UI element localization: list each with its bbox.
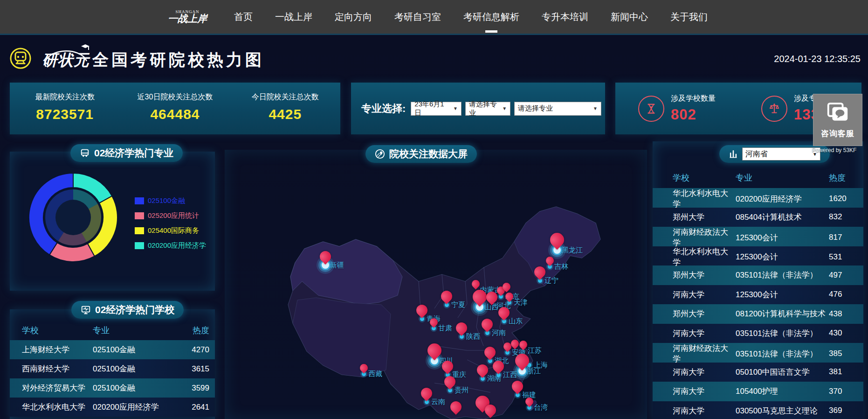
cell-school: 郑州大学 bbox=[673, 270, 736, 280]
cell-major: 105400护理 bbox=[736, 386, 829, 397]
cell-school: 西南财经大学 bbox=[22, 363, 93, 374]
legend-item[interactable]: 025200应用统计 bbox=[135, 211, 206, 220]
pin-icon bbox=[544, 255, 555, 266]
col-school: 学校 bbox=[22, 325, 93, 336]
nav-item-zixishi[interactable]: 考研自习室 bbox=[383, 0, 452, 34]
table-row: 河南大学030500马克思主义理论369 bbox=[653, 401, 863, 419]
province-select[interactable]: 河南省 ▼ bbox=[742, 147, 820, 161]
legend-label: 025200应用统计 bbox=[148, 211, 199, 220]
cell-heat: 817 bbox=[829, 233, 863, 242]
legend-item[interactable]: 025100金融 bbox=[135, 196, 206, 205]
cell-major: 050100中国语言文学 bbox=[736, 367, 829, 377]
cell-school: 河南大学 bbox=[673, 386, 736, 397]
cell-heat: 370 bbox=[829, 387, 863, 396]
cell-major: 085404计算机技术 bbox=[736, 212, 829, 223]
cell-school: 河南财经政法大学 bbox=[673, 343, 736, 364]
chevron-down-icon: ▼ bbox=[498, 106, 507, 111]
bus-icon bbox=[80, 148, 90, 158]
hot-schools-table-header: 学校 专业 热度 bbox=[10, 321, 215, 340]
map-title: 院校关注数据大屏 bbox=[389, 147, 468, 161]
stat-value: 802 bbox=[671, 106, 716, 123]
pin-label: 贵州 bbox=[455, 386, 468, 395]
cell-school: 华北水利水电大学 bbox=[673, 188, 736, 210]
major-filter-panel: 专业选择: 23年6月1日 ▼ 请选择专业 ▼ 请选择专业 ▼ bbox=[351, 83, 605, 134]
table-row: 河南大学105400护理370 bbox=[653, 382, 863, 401]
cell-heat: 385 bbox=[829, 349, 863, 358]
legend-swatch bbox=[135, 242, 144, 249]
cell-heat: 1620 bbox=[829, 194, 863, 203]
cell-heat: 531 bbox=[829, 252, 863, 262]
nav-item-about[interactable]: 关于我们 bbox=[659, 0, 719, 34]
powered-by-label: Powered by 53KF bbox=[812, 147, 863, 154]
table-row: 华北水利水电大学020200应用经济学2641 bbox=[10, 398, 215, 417]
major-select-2[interactable]: 请选择专业 ▼ bbox=[514, 102, 601, 116]
major-select-1[interactable]: 请选择专业 ▼ bbox=[465, 102, 510, 116]
pin-label: 天津 bbox=[514, 298, 528, 307]
hot-schools-title: 02经济学热门学校 bbox=[95, 303, 174, 316]
cell-major: 125300会计 bbox=[736, 289, 829, 300]
hot-majors-title: 02经济学热门专业 bbox=[94, 147, 173, 160]
consult-service-button[interactable]: 咨询客服 bbox=[813, 94, 862, 146]
pin-label: 云南 bbox=[431, 398, 445, 406]
legend-label: 020200应用经济学 bbox=[148, 241, 206, 250]
pin-label: 江西 bbox=[503, 370, 517, 379]
legend-swatch bbox=[135, 197, 144, 204]
cell-heat: 430 bbox=[829, 328, 863, 338]
stat-value: 464484 bbox=[120, 106, 230, 122]
nav-item-home[interactable]: 首页 bbox=[223, 0, 264, 34]
clock-timestamp: 2024-01-23 12:35:25 bbox=[774, 54, 861, 64]
chart-legend: 025100金融025200应用统计025400国际商务020200应用经济学 bbox=[135, 196, 206, 250]
nav-item-yizhan[interactable]: 一战上岸 bbox=[264, 0, 324, 34]
nav-item-xinxijiexi[interactable]: 考研信息解析 bbox=[452, 0, 530, 34]
cell-major: 125300会计 bbox=[736, 251, 829, 262]
stat-label: 涉及学校数量 bbox=[671, 94, 716, 104]
legend-item[interactable]: 020200应用经济学 bbox=[135, 241, 206, 250]
cell-school: 河南大学 bbox=[673, 405, 736, 416]
hot-schools-panel: 02经济学热门学校 学校 专业 热度 上海财经大学025100金融4270西南财… bbox=[10, 309, 215, 419]
filter-label: 专业选择: bbox=[361, 102, 406, 116]
col-heat: 热度 bbox=[167, 325, 215, 336]
attention-stats-panel: 最新院校关注次数 8723571 近30日院校关注总次数 464484 今日院校… bbox=[10, 83, 340, 134]
pin-icon bbox=[358, 362, 369, 373]
nav-item-zhuanshengben[interactable]: 专升本培训 bbox=[530, 0, 599, 34]
consult-label: 咨询客服 bbox=[821, 128, 854, 139]
table-row: 华北水利水电大学020200应用经济学1620 bbox=[653, 188, 863, 208]
date-select[interactable]: 23年6月1日 ▼ bbox=[411, 102, 462, 116]
top-navbar: SHANGAN 一战上岸 首页 一战上岸 定向方向 考研自习室 考研信息解析 专… bbox=[0, 0, 868, 34]
pin-label: 吉林 bbox=[554, 262, 568, 271]
stat-today: 今日院校关注总次数 4425 bbox=[230, 83, 340, 134]
stat-value: 8723571 bbox=[10, 106, 120, 122]
pin-label: 江苏 bbox=[528, 346, 542, 355]
cell-major: 020200应用经济学 bbox=[93, 402, 167, 412]
pin-label: 西藏 bbox=[368, 370, 382, 378]
nav-menu: 首页 一战上岸 定向方向 考研自习室 考研信息解析 专升本培训 新闻中心 关于我… bbox=[223, 0, 719, 34]
legend-item[interactable]: 025400国际商务 bbox=[135, 226, 206, 235]
table-row: 河南大学035101法律（非法学）430 bbox=[653, 324, 863, 343]
map-header: 院校关注数据大屏 bbox=[365, 145, 477, 163]
table-row: 河南财经政法大学125300会计817 bbox=[653, 227, 863, 246]
dashboard-page: SHANGAN 一战上岸 首页 一战上岸 定向方向 考研自习室 考研信息解析 专… bbox=[0, 0, 868, 419]
pin-label: 辽宁 bbox=[544, 276, 558, 285]
cell-major: 025100金融 bbox=[93, 344, 167, 355]
chevron-down-icon: ▼ bbox=[449, 106, 458, 111]
legend-label: 025400国际商务 bbox=[148, 226, 199, 235]
nav-item-dingxiang[interactable]: 定向方向 bbox=[324, 0, 383, 34]
cell-major: 020200应用经济学 bbox=[736, 194, 829, 204]
province-select-value: 河南省 bbox=[745, 149, 768, 159]
map-pin-badge-icon bbox=[375, 149, 385, 159]
cell-school: 河南大学 bbox=[673, 367, 736, 377]
nav-item-news[interactable]: 新闻中心 bbox=[599, 0, 659, 34]
train-logo-icon bbox=[9, 47, 32, 70]
cell-heat: 497 bbox=[829, 271, 863, 280]
cell-heat: 476 bbox=[829, 290, 863, 299]
site-logo[interactable]: SHANGAN 一战上岸 bbox=[168, 10, 207, 24]
col-major: 专业 bbox=[93, 325, 167, 336]
col-school: 学校 bbox=[673, 172, 736, 183]
pin-label: 浙江 bbox=[527, 367, 541, 376]
province-rank-panel: 河南省 ▼ 学校 专业 热度 华北水利水电大学020200应用经济学1620郑州… bbox=[653, 141, 863, 419]
bar-chart-icon bbox=[729, 149, 738, 159]
table-row: 郑州大学085404计算机技术832 bbox=[653, 208, 863, 227]
stat-value: 4425 bbox=[230, 106, 340, 122]
cell-major: 025100金融 bbox=[93, 383, 167, 393]
stat-label: 今日院校关注总次数 bbox=[230, 92, 340, 102]
